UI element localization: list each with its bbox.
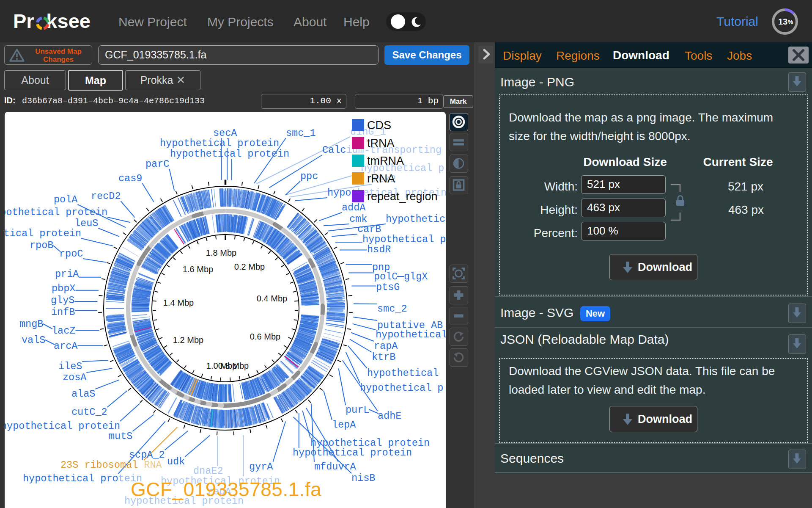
svg-text:mngB: mngB	[19, 318, 43, 330]
svg-text:tmRNA: tmRNA	[367, 155, 404, 167]
svg-text:zosA: zosA	[63, 372, 87, 383]
svg-text:purL: purL	[346, 404, 369, 416]
svg-text:cmk: cmk	[349, 213, 367, 225]
svg-text:hypothetical pro: hypothetical pro	[23, 473, 118, 484]
svg-text:arcA: arcA	[54, 340, 78, 352]
svg-text:cutC_2: cutC_2	[71, 406, 107, 418]
svg-text:hypothetical protein: hypothetical protein	[160, 138, 279, 149]
svg-text:pbpX: pbpX	[52, 283, 75, 294]
svg-text:hypothetical p: hypothetical p	[360, 382, 443, 394]
svg-text:addA: addA	[342, 202, 366, 213]
svg-text:lacZ: lacZ	[52, 325, 75, 337]
svg-text:0.6 Mbp: 0.6 Mbp	[250, 332, 280, 341]
svg-text:polA: polA	[54, 194, 78, 205]
svg-text:leuS: leuS	[74, 218, 98, 229]
svg-text:valS: valS	[22, 334, 45, 346]
svg-text:1.8 Mbp: 1.8 Mbp	[206, 248, 236, 257]
svg-text:1.6 Mbp: 1.6 Mbp	[183, 265, 213, 274]
svg-text:ktrB: ktrB	[372, 351, 395, 363]
svg-text:%: %	[788, 19, 793, 25]
svg-text:1.0 Mbp: 1.0 Mbp	[206, 361, 237, 370]
svg-text:mutS: mutS	[109, 431, 132, 442]
svg-text:gyrA: gyrA	[249, 461, 273, 472]
svg-text:tRNA: tRNA	[367, 137, 395, 149]
svg-text:0.2 Mbp: 0.2 Mbp	[234, 262, 265, 271]
svg-text:dnaE2: dnaE2	[193, 465, 223, 477]
svg-text:parC: parC	[145, 158, 169, 170]
svg-text:ptsG: ptsG	[376, 282, 400, 293]
svg-text:priA: priA	[55, 268, 79, 280]
svg-text:rRNA: rRNA	[367, 172, 395, 185]
svg-text:RNA: RNA	[144, 459, 162, 471]
svg-text:1.2 Mbp: 1.2 Mbp	[173, 335, 203, 345]
svg-text:rpoB: rpoB	[30, 240, 53, 251]
svg-text:hypothetic: hypothetic	[386, 213, 445, 225]
svg-text:ppc: ppc	[300, 171, 318, 182]
svg-text:23S ribosomal: 23S ribosomal	[60, 459, 138, 471]
svg-text:13: 13	[778, 17, 787, 26]
svg-text:hypothetical protein: hypothetical protein	[293, 447, 412, 458]
svg-text:infB: infB	[51, 306, 75, 318]
svg-text:hypothetical protein: hypothetical protein	[5, 228, 81, 239]
svg-text:1.4 Mbp: 1.4 Mbp	[163, 298, 194, 307]
svg-text:glgX: glgX	[404, 271, 428, 282]
svg-text:CDS: CDS	[367, 119, 391, 132]
svg-text:mfduvrA: mfduvrA	[314, 461, 357, 472]
svg-text:scpA_2: scpA_2	[129, 449, 165, 461]
svg-text:rapA: rapA	[374, 340, 398, 352]
svg-text:cas9: cas9	[118, 173, 142, 184]
svg-text:Calc: Calc	[322, 144, 346, 156]
svg-text:hypothetical p: hypothetical p	[362, 234, 446, 245]
svg-text:smc_2: smc_2	[377, 303, 407, 315]
svg-text:hypothetical protein: hypothetical protein	[170, 148, 289, 160]
svg-text:repeat_region: repeat_region	[367, 190, 438, 203]
svg-text:recD2: recD2	[91, 190, 121, 202]
svg-text:hypothetical protein: hypothetical protein	[5, 420, 120, 432]
svg-text:smc_1: smc_1	[286, 127, 316, 139]
svg-text:hypothetical: hypothetical	[367, 367, 439, 379]
svg-text:hsdR: hsdR	[367, 244, 391, 255]
svg-text:0.4 Mbp: 0.4 Mbp	[257, 294, 287, 303]
svg-text:glyS: glyS	[51, 295, 74, 306]
svg-text:GCF_019335785.1.fa: GCF_019335785.1.fa	[131, 478, 321, 500]
svg-text:udk: udk	[167, 456, 185, 467]
svg-text:polC: polC	[374, 271, 398, 282]
svg-text:ileS: ileS	[58, 361, 82, 372]
svg-text:alaS: alaS	[71, 388, 95, 400]
svg-text:hypothetical: hypothetical	[376, 329, 446, 340]
svg-text:hypo: hypo	[327, 187, 351, 199]
svg-text:secA: secA	[213, 127, 237, 139]
svg-text:lepA: lepA	[332, 419, 356, 431]
svg-text:adhE: adhE	[378, 410, 401, 422]
svg-text:nisB: nisB	[351, 472, 375, 484]
svg-text:hypothetical protein: hypothetical protein	[5, 207, 107, 218]
svg-text:carB: carB	[357, 224, 381, 235]
svg-text:rpoC: rpoC	[59, 248, 83, 260]
